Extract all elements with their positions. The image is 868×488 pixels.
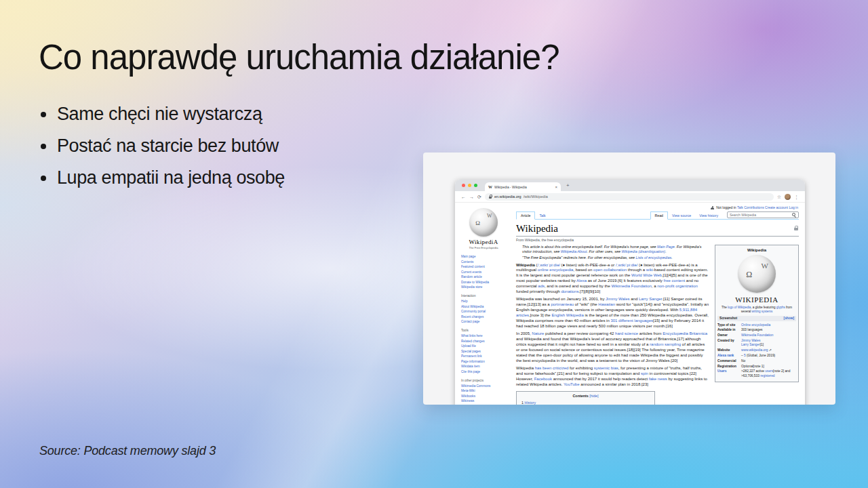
back-icon[interactable]	[461, 195, 466, 199]
sidebar-link[interactable]: Permanent link	[461, 354, 506, 359]
wiki-link[interactable]: random sampling	[650, 342, 681, 346]
wikipedia-globe-logo[interactable]	[469, 208, 498, 237]
sidebar-link[interactable]: Contents	[461, 260, 506, 265]
minimize-window-button[interactable]	[468, 184, 471, 187]
wiki-link[interactable]: registered	[760, 374, 774, 378]
sidebar-link[interactable]: Main page	[461, 254, 506, 260]
wiki-link[interactable]: Jimmy Wales	[606, 297, 629, 301]
wiki-link[interactable]: wiki	[646, 268, 653, 272]
wiki-link[interactable]: Larry Sanger	[639, 297, 662, 301]
wiki-link[interactable]: Hawaiian	[598, 302, 615, 306]
reload-icon[interactable]	[477, 195, 481, 199]
wiki-link[interactable]: Contributions	[744, 205, 764, 209]
sidebar-link[interactable]: Meta-Wiki	[461, 388, 506, 394]
wiki-link[interactable]: systemic bias	[594, 366, 618, 370]
wiki-link[interactable]: glyphs	[776, 306, 785, 309]
wiki-link[interactable]: portmanteau	[551, 302, 574, 306]
sidebar-link[interactable]: What links here	[461, 333, 506, 339]
wiki-link[interactable]: YouTube	[564, 382, 580, 386]
wiki-link[interactable]: Log in	[789, 205, 798, 209]
forward-icon[interactable]	[469, 195, 474, 199]
wiki-link[interactable]: Lists of encyclopedias	[635, 256, 671, 260]
wiki-link[interactable]: non-profit organization	[657, 284, 698, 288]
sidebar-link[interactable]: Page information	[461, 359, 506, 365]
wiki-link[interactable]: Wikipedia:About	[561, 249, 587, 253]
wiki-link[interactable]: 5,911,884 articles	[516, 308, 697, 317]
sidebar-link[interactable]: Donate to Wikipedia	[461, 280, 506, 285]
tab-read[interactable]: Read	[650, 211, 668, 220]
infobox-row-label[interactable]: Alexa rank	[717, 354, 741, 358]
tab-article[interactable]: Article	[516, 211, 535, 220]
wiki-link[interactable]: Jimmy Wales	[741, 339, 760, 342]
toc-hide-toggle[interactable]: [hide]	[589, 394, 598, 398]
wiki-link[interactable]: English Wikipedia	[551, 313, 583, 317]
wiki-link[interactable]: World Wide Web	[631, 273, 662, 277]
sidebar-link[interactable]: Random article	[461, 274, 506, 280]
wiki-link[interactable]: users	[765, 369, 773, 373]
wiki-link[interactable]: writing systems	[752, 310, 773, 313]
wiki-link[interactable]: Main Page	[657, 245, 675, 249]
wiki-link[interactable]: free content	[663, 279, 685, 283]
wiki-link[interactable]: donations	[561, 289, 578, 293]
wiki-link[interactable]: Wikimedia Foundation	[611, 284, 651, 288]
wiki-link[interactable]: Larry Sanger	[741, 343, 760, 346]
wiki-link[interactable]: hard science	[615, 331, 638, 336]
wiki-link[interactable]: has been criticized	[535, 366, 569, 370]
tab-view-source[interactable]: View source	[668, 212, 695, 219]
sidebar-link[interactable]: Wikipedia store	[461, 285, 506, 290]
sidebar-link[interactable]: About Wikipedia	[461, 304, 506, 310]
wiki-link[interactable]: Wikipedia (disambiguation)	[621, 249, 665, 253]
sidebar-link[interactable]: Upload file	[461, 344, 506, 349]
wiki-link[interactable]: Nature	[532, 331, 544, 336]
tab-talk[interactable]: Talk	[535, 212, 549, 219]
wiki-link[interactable]: 301 different languages	[610, 319, 653, 323]
wiki-link[interactable]: Create account	[765, 205, 788, 209]
wiki-link[interactable]: Alexa	[576, 279, 587, 283]
browser-menu-icon[interactable]	[794, 195, 799, 199]
sidebar-link[interactable]: Special pages	[461, 349, 506, 354]
sidebar-link[interactable]: Wikiquote	[461, 404, 506, 405]
sidebar-link[interactable]: Community portal	[461, 309, 506, 314]
wiki-search-input[interactable]: Search Wikipedia	[727, 211, 799, 218]
wiki-link[interactable]: 5	[744, 354, 746, 357]
infobox-row-label[interactable]: Users	[717, 369, 741, 378]
bookmark-star-icon[interactable]	[777, 195, 781, 199]
sidebar-link[interactable]: Wikibooks	[461, 394, 506, 399]
wiki-link[interactable]: open collaboration	[593, 268, 627, 272]
wiki-link[interactable]: Wikimedia Foundation	[741, 333, 773, 337]
wiki-link[interactable]: ads	[538, 284, 545, 288]
close-window-button[interactable]	[462, 184, 465, 187]
sidebar-link[interactable]: Wikidata item	[461, 364, 506, 369]
toc-item[interactable]: 1 History	[521, 400, 650, 405]
search-icon[interactable]	[792, 213, 796, 217]
wiki-link[interactable]: fake news	[649, 377, 667, 381]
wiki-link[interactable]: Encyclopædia Britannica	[663, 331, 707, 336]
show-toggle[interactable]: [show]	[784, 317, 794, 321]
sidebar-link[interactable]: Contact page	[461, 319, 506, 325]
wiki-link[interactable]: logo of Wikipedia	[728, 306, 751, 309]
sidebar-link[interactable]: Help	[461, 299, 506, 304]
wiki-link[interactable]: Online encyclopedia	[741, 323, 770, 327]
wiki-link[interactable]: /ˌwɪkiˈpiːdiə/	[616, 263, 637, 267]
wiki-link[interactable]: Talk	[737, 205, 743, 209]
profile-avatar[interactable]	[785, 194, 791, 200]
tab-view-history[interactable]: View history	[695, 212, 722, 219]
wiki-link[interactable]: www.wikipedia.org	[741, 348, 768, 352]
wiki-link[interactable]: online encyclopedia	[538, 268, 574, 272]
sidebar-link[interactable]: Current events	[461, 270, 506, 275]
wikipedia-wordmark[interactable]: WikipediA	[461, 239, 506, 245]
close-tab-icon[interactable]	[555, 185, 557, 189]
maximize-window-button[interactable]	[474, 184, 477, 187]
address-bar[interactable]: en.wikipedia.org/wiki/Wikipedia	[485, 193, 774, 201]
sidebar-link[interactable]: Cite this page	[461, 369, 506, 375]
new-tab-button[interactable]	[566, 182, 570, 188]
sidebar-link[interactable]: Wikimedia Commons	[461, 384, 506, 389]
sidebar-link[interactable]: Related changes	[461, 339, 506, 344]
wiki-link[interactable]: /ˌwɪkɪˈpiːdiə/	[538, 263, 560, 267]
personal-links-text[interactable]: Not logged in Talk Contributions Create …	[716, 205, 798, 209]
wiki-link[interactable]: spin	[641, 371, 648, 375]
browser-tab[interactable]: W Wikipedia - Wikipedia	[485, 182, 561, 191]
sidebar-link[interactable]: Wikinews	[461, 399, 506, 404]
wiki-link[interactable]: Facebook	[534, 377, 552, 381]
sidebar-link[interactable]: Featured content	[461, 264, 506, 270]
